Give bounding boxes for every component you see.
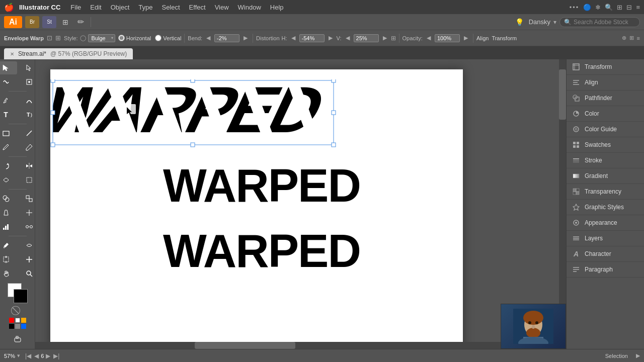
notification-icon[interactable]: 💡 [514, 16, 526, 28]
reflect-tool[interactable] [18, 159, 36, 172]
rect-tool[interactable] [0, 127, 17, 140]
panel-align[interactable]: Align [567, 75, 644, 90]
type-tool[interactable]: T [0, 108, 17, 121]
type-2-tool[interactable]: T [18, 108, 36, 121]
panel-stroke[interactable]: Stroke [567, 153, 644, 168]
search-icon[interactable]: 🔍 [605, 4, 613, 11]
stock-search[interactable]: 🔍 Search Adobe Stock [559, 17, 640, 27]
paint-brush[interactable] [0, 141, 17, 154]
panel-transform[interactable]: Transform [567, 59, 644, 75]
panel-pathfinder[interactable]: Pathfinder [567, 90, 644, 106]
pen-icon[interactable]: ✏ [74, 16, 87, 28]
panel-character[interactable]: A Character [567, 246, 644, 262]
h-value-field[interactable]: -54% [299, 34, 325, 42]
play-btn[interactable]: ▶ [636, 352, 640, 359]
menu-view[interactable]: View [211, 3, 233, 12]
direct-selection-tool[interactable] [18, 61, 36, 74]
symbol-sprayer[interactable] [7, 333, 29, 346]
extra-opt2[interactable]: ⊞ [629, 35, 634, 41]
bend-arrow-left[interactable]: ◀ [204, 34, 212, 42]
username-dropdown[interactable]: ▾ [553, 19, 556, 26]
pencil-tool[interactable] [18, 141, 36, 154]
orange-swatch[interactable] [21, 318, 26, 323]
nav-first[interactable]: |◀ [24, 352, 32, 359]
blend-tool[interactable] [18, 239, 36, 252]
extra-opt1[interactable]: ⊕ [622, 35, 626, 41]
menu-effect[interactable]: Effect [185, 3, 210, 12]
window-icon[interactable]: ⊞ [617, 4, 622, 11]
nav-prev[interactable]: ◀ [33, 352, 40, 359]
warp-icon1[interactable]: ⊡ [47, 34, 52, 42]
menu-extra-icon[interactable]: ≡ [636, 4, 640, 11]
h-arrow-left[interactable]: ◀ [289, 34, 297, 42]
warp-tool[interactable] [0, 75, 17, 88]
blue-swatch[interactable] [21, 324, 26, 329]
align-button[interactable]: Align [476, 35, 489, 41]
pen-tool[interactable] [0, 94, 17, 107]
panel-layers[interactable]: Layers [567, 231, 644, 246]
curvature-tool[interactable] [18, 94, 36, 107]
rotate-tool[interactable] [0, 159, 17, 172]
bg-color[interactable] [14, 289, 28, 303]
red-swatch[interactable] [9, 318, 14, 323]
extra-opt3[interactable]: ≡ [637, 35, 640, 41]
workspace-icon[interactable]: ⊞ [59, 16, 71, 28]
canvas-area[interactable]: WARPED [35, 59, 566, 349]
bend-arrow-right[interactable]: ▶ [242, 34, 250, 42]
gray-swatch[interactable] [15, 324, 20, 329]
stock-icon[interactable]: St [42, 16, 56, 28]
menu-object[interactable]: Object [107, 3, 134, 12]
fg-bg-colors[interactable] [8, 283, 28, 303]
warped-text-container[interactable]: WARPED [50, 79, 342, 145]
panel-transparency[interactable]: Transparency [567, 184, 644, 200]
menu-select[interactable]: Select [157, 3, 184, 12]
horizontal-scrollbar[interactable] [35, 342, 566, 349]
panel-color[interactable]: Color [567, 106, 644, 122]
menu-type[interactable]: Type [134, 3, 156, 12]
nav-last[interactable]: ▶| [52, 352, 60, 359]
shape-builder[interactable] [0, 192, 17, 205]
opacity-value-field[interactable]: 100% [435, 34, 460, 42]
chart-tool[interactable] [0, 220, 17, 233]
line-tool[interactable] [18, 127, 36, 140]
panel-swatches[interactable]: Swatches [567, 137, 644, 153]
extra-icon[interactable]: ❄ [595, 4, 601, 11]
warp-icon2[interactable]: ⊞ [55, 34, 61, 42]
bridge-icon[interactable]: Br [25, 16, 39, 28]
blend-tool2[interactable] [18, 220, 36, 233]
skype-icon[interactable]: 🔵 [583, 4, 591, 11]
free-transform-tool[interactable] [18, 75, 36, 88]
panel-graphic-styles[interactable]: Graphic Styles [567, 200, 644, 215]
panel-color-guide[interactable]: Color Guide [567, 122, 644, 137]
eyedropper-tool[interactable] [0, 239, 17, 252]
vertical-radio[interactable]: Vertical [155, 35, 181, 41]
bend-value-field[interactable]: -2% [214, 34, 239, 42]
horizontal-radio[interactable]: Horizontal [118, 35, 151, 41]
h-arrow-right[interactable]: ▶ [327, 34, 335, 42]
zoom-tool[interactable] [18, 267, 36, 280]
close-tab-btn[interactable]: ✕ [10, 51, 14, 57]
selection-tool[interactable] [0, 61, 17, 74]
width-tool[interactable] [0, 173, 17, 187]
file-tab[interactable]: ✕ Stream.ai* @ 57% (RGB/GPU Preview) [4, 48, 133, 59]
menu-file[interactable]: File [66, 3, 85, 12]
menu-edit[interactable]: Edit [86, 3, 105, 12]
free-transform2[interactable] [18, 173, 36, 187]
nav-next[interactable]: ▶ [45, 352, 51, 359]
hand-tool[interactable] [0, 267, 17, 280]
mesh-tool[interactable] [18, 206, 36, 219]
apple-icon[interactable]: 🍎 [4, 3, 14, 12]
black-swatch[interactable] [9, 324, 14, 329]
panels-icon[interactable]: ⊟ [626, 4, 632, 11]
live-paint[interactable] [18, 192, 36, 205]
v-arrow-right[interactable]: ▶ [381, 34, 389, 42]
perspective-tool[interactable] [0, 206, 17, 219]
v-arrow-left[interactable]: ◀ [344, 34, 352, 42]
panel-paragraph[interactable]: Paragraph [567, 262, 644, 278]
white-swatch[interactable] [15, 318, 20, 323]
v-value-field[interactable]: 25% [354, 34, 379, 42]
menu-window[interactable]: Window [234, 3, 265, 12]
style-dropdown[interactable]: Bulge ▾ [88, 34, 115, 42]
panel-appearance[interactable]: Appearance [567, 215, 644, 231]
opacity-arrow-left[interactable]: ◀ [425, 34, 433, 42]
